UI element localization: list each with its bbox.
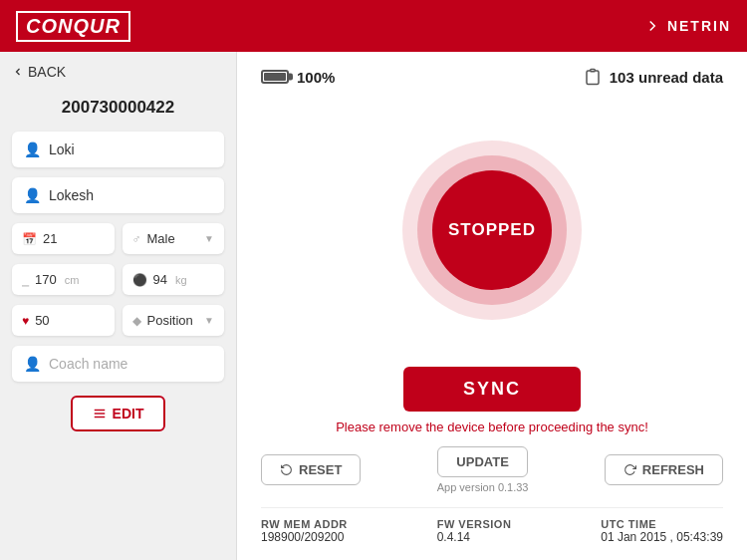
refresh-button[interactable]: REFRESH: [605, 454, 723, 485]
utc-time-item: UTC TIME 01 Jan 2015 , 05:43:39: [601, 518, 723, 544]
reset-button[interactable]: RESET: [261, 454, 361, 485]
clipboard-icon: [584, 68, 602, 86]
pulse-outer: STOPPED: [402, 140, 582, 320]
device-id: 200730000422: [12, 98, 224, 118]
coach-name-value: Lokesh: [49, 187, 94, 203]
age-field: 📅 21: [12, 223, 115, 254]
battery-percent: 100%: [297, 69, 335, 86]
fw-version-value: 0.4.14: [437, 530, 512, 544]
stopped-button[interactable]: STOPPED: [432, 170, 552, 290]
gender-dropdown-arrow: ▼: [204, 233, 214, 244]
right-panel: 100% 103 unread data STOPPED SYNC: [237, 52, 747, 560]
height-icon: ⎯: [22, 273, 29, 287]
weight-icon: ⚫: [132, 273, 147, 287]
athlete-name-value: Loki: [49, 141, 75, 157]
weight-field: ⚫ 94 kg: [123, 264, 225, 295]
action-row: RESET UPDATE App version 0.1.33 REFRESH: [261, 446, 723, 493]
fw-version-item: FW VERSION 0.4.14: [437, 518, 512, 544]
status-bar: 100% 103 unread data: [261, 68, 723, 86]
svg-rect-3: [591, 70, 596, 72]
info-bar: RW MEM ADDR 198900/209200 FW VERSION 0.4…: [261, 507, 723, 544]
unread-info: 103 unread data: [584, 68, 723, 86]
weight-unit: kg: [175, 274, 187, 286]
position-icon: ◆: [132, 314, 141, 328]
app-header: CONQUR NETRIN: [0, 0, 747, 52]
coach-placeholder-value: Coach name: [49, 356, 127, 372]
left-panel: BACK 200730000422 👤 Loki 👤 Lokesh 📅 21 ♂…: [0, 52, 237, 560]
height-weight-row: ⎯ 170 cm ⚫ 94 kg: [12, 264, 224, 295]
warning-text: Please remove the device before proceedi…: [261, 420, 723, 434]
sync-button[interactable]: SYNC: [403, 367, 581, 412]
rw-mem-item: RW MEM ADDR 198900/209200: [261, 518, 348, 544]
battery-info: 100%: [261, 69, 335, 86]
app-version: App version 0.1.33: [437, 481, 529, 493]
edit-button[interactable]: EDIT: [71, 396, 166, 431]
battery-icon: [261, 70, 289, 84]
position-field[interactable]: ◆ Position ▼: [123, 305, 225, 336]
calendar-icon: 📅: [22, 232, 37, 246]
stopped-label: STOPPED: [448, 220, 536, 240]
fw-version-label: FW VERSION: [437, 518, 512, 530]
rw-mem-value: 198900/209200: [261, 530, 348, 544]
utc-time-value: 01 Jan 2015 , 05:43:39: [601, 530, 723, 544]
brand-label: NETRIN: [643, 17, 731, 35]
heart-rate-field: ♥ 50: [12, 305, 115, 336]
main-layout: BACK 200730000422 👤 Loki 👤 Lokesh 📅 21 ♂…: [0, 52, 747, 560]
utc-time-label: UTC TIME: [601, 518, 723, 530]
height-field: ⎯ 170 cm: [12, 264, 115, 295]
age-gender-row: 📅 21 ♂ Male ▼: [12, 223, 224, 254]
stopped-container: STOPPED: [261, 102, 723, 359]
position-dropdown-arrow: ▼: [204, 315, 214, 326]
athlete-icon: 👤: [24, 141, 41, 157]
refresh-icon: [623, 463, 636, 476]
pulse-middle: STOPPED: [417, 155, 567, 305]
coach-name-field: 👤 Lokesh: [12, 177, 224, 213]
heart-position-row: ♥ 50 ◆ Position ▼: [12, 305, 224, 336]
coach-placeholder-icon: 👤: [24, 356, 41, 372]
heart-icon: ♥: [22, 314, 29, 328]
unread-count: 103 unread data: [610, 69, 723, 86]
gender-field[interactable]: ♂ Male ▼: [123, 223, 225, 254]
reset-icon: [280, 463, 293, 476]
back-button[interactable]: BACK: [12, 64, 224, 80]
update-button[interactable]: UPDATE: [437, 446, 527, 477]
coach-placeholder-field: 👤 Coach name: [12, 346, 224, 382]
coach-icon: 👤: [24, 187, 41, 203]
athlete-name-field: 👤 Loki: [12, 132, 224, 167]
update-center: UPDATE App version 0.1.33: [437, 446, 529, 493]
gender-icon: ♂: [132, 232, 141, 246]
rw-mem-label: RW MEM ADDR: [261, 518, 348, 530]
app-logo: CONQUR: [16, 11, 130, 42]
height-unit: cm: [65, 274, 80, 286]
